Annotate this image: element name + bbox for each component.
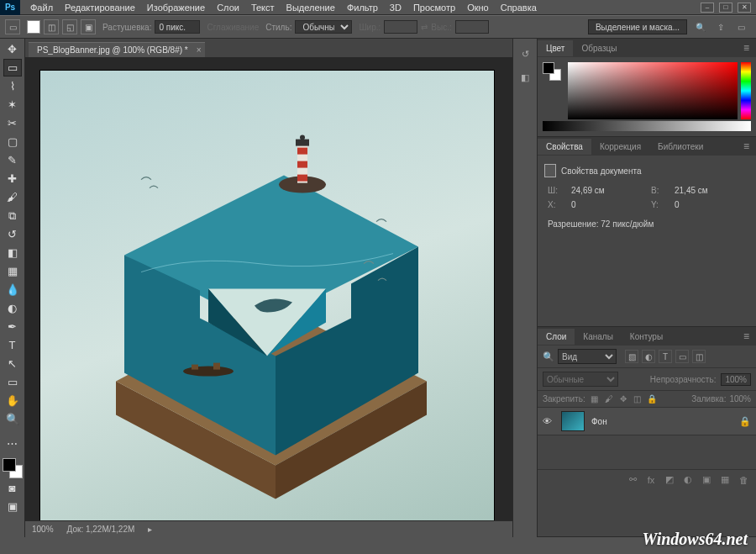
quick-select-tool[interactable]: ✶ xyxy=(3,96,22,113)
pen-tool[interactable]: ✒ xyxy=(3,318,22,335)
workspace-icon[interactable]: ▭ xyxy=(734,20,748,34)
zoom-tool[interactable]: 🔍 xyxy=(3,410,22,428)
close-icon[interactable]: × xyxy=(197,45,202,55)
foreground-color-swatch[interactable] xyxy=(3,458,16,472)
link-layers-icon[interactable]: ⚯ xyxy=(627,474,638,485)
marquee-tool[interactable]: ▭ xyxy=(3,59,22,77)
layer-item[interactable]: 👁 Фон 🔒 xyxy=(538,408,756,435)
panel-menu-icon[interactable]: ≡ xyxy=(737,137,756,156)
new-layer-icon[interactable]: ▦ xyxy=(719,474,731,485)
window-close-button[interactable]: ✕ xyxy=(738,3,751,13)
color-field[interactable] xyxy=(568,62,738,119)
hand-tool[interactable]: ✋ xyxy=(3,392,22,409)
selection-subtract-icon[interactable]: ◱ xyxy=(62,19,77,34)
healing-tool[interactable]: ✚ xyxy=(3,170,22,187)
menu-layers[interactable]: Слои xyxy=(212,1,244,14)
opacity-value[interactable]: 100% xyxy=(721,373,751,386)
selection-add-icon[interactable]: ◫ xyxy=(44,19,59,34)
delete-layer-icon[interactable]: 🗑 xyxy=(738,475,749,485)
menu-view[interactable]: Просмотр xyxy=(408,1,460,14)
search-icon[interactable]: 🔍 xyxy=(694,20,707,34)
layer-fx-icon[interactable]: fx xyxy=(645,475,657,485)
menu-help[interactable]: Справка xyxy=(496,1,542,14)
brush-tool[interactable]: 🖌 xyxy=(3,188,22,206)
share-icon[interactable]: ⇪ xyxy=(714,20,727,34)
lock-position-icon[interactable]: ✥ xyxy=(617,394,629,404)
window-minimize-button[interactable]: – xyxy=(701,3,714,13)
tab-adjustments[interactable]: Коррекция xyxy=(591,139,649,155)
document-tab[interactable]: PS_BlogBanner.jpg @ 100% (RGB/8#) * × xyxy=(29,42,205,57)
canvas-area[interactable] xyxy=(25,57,512,520)
lock-transparent-icon[interactable]: ▦ xyxy=(589,394,601,404)
history-panel-icon[interactable]: ↺ xyxy=(517,45,533,62)
lock-artboard-icon[interactable]: ◫ xyxy=(632,394,643,404)
fill-value[interactable]: 100% xyxy=(729,394,751,404)
window-maximize-button[interactable]: □ xyxy=(719,3,732,13)
eyedropper-tool[interactable]: ✎ xyxy=(3,151,22,169)
color-swatches[interactable] xyxy=(543,62,561,81)
filter-smart-icon[interactable]: ◫ xyxy=(692,350,706,363)
group-icon[interactable]: ▣ xyxy=(701,474,712,485)
filter-shape-icon[interactable]: ▭ xyxy=(675,350,689,363)
tab-channels[interactable]: Каналы xyxy=(575,329,622,345)
menu-window[interactable]: Окно xyxy=(462,1,494,14)
grayscale-ramp[interactable] xyxy=(543,121,751,131)
edit-toolbar-icon[interactable]: ⋯ xyxy=(3,435,22,452)
selection-intersect-icon[interactable]: ▣ xyxy=(81,19,96,34)
color-picker[interactable] xyxy=(3,458,23,478)
menu-file[interactable]: Файл xyxy=(25,1,58,14)
filter-pixel-icon[interactable]: ▧ xyxy=(625,350,638,363)
style-select[interactable]: Обычный xyxy=(295,20,352,34)
zoom-level[interactable]: 100% xyxy=(32,525,54,534)
lock-all-icon[interactable]: 🔒 xyxy=(646,394,658,404)
layer-mask-icon[interactable]: ◩ xyxy=(664,474,675,485)
stamp-tool[interactable]: ⧉ xyxy=(3,207,22,224)
menu-edit[interactable]: Редактирование xyxy=(60,1,140,14)
tab-layers[interactable]: Слои xyxy=(538,329,575,345)
layer-thumbnail[interactable] xyxy=(561,411,585,431)
search-icon[interactable]: 🔍 xyxy=(543,351,553,361)
eraser-tool[interactable]: ◧ xyxy=(3,244,22,261)
shape-tool[interactable]: ▭ xyxy=(3,373,22,391)
menu-3d[interactable]: 3D xyxy=(385,1,407,14)
tab-libraries[interactable]: Библиотеки xyxy=(649,139,711,155)
select-and-mask-button[interactable]: Выделение и маска... xyxy=(588,19,687,34)
menu-select[interactable]: Выделение xyxy=(281,1,340,14)
blur-tool[interactable]: 💧 xyxy=(3,281,22,298)
tab-color[interactable]: Цвет xyxy=(538,40,573,56)
crop-tool[interactable]: ✂ xyxy=(3,114,22,132)
hue-slider[interactable] xyxy=(741,62,751,119)
gradient-tool[interactable]: ▦ xyxy=(3,262,22,280)
quick-mask-icon[interactable]: ◙ xyxy=(3,479,22,497)
tab-properties[interactable]: Свойства xyxy=(538,139,591,155)
status-arrow-icon[interactable]: ▸ xyxy=(148,525,152,534)
move-tool[interactable]: ✥ xyxy=(3,40,22,58)
type-tool[interactable]: T xyxy=(3,336,22,354)
tab-paths[interactable]: Контуры xyxy=(622,329,671,345)
lock-paint-icon[interactable]: 🖌 xyxy=(603,394,615,404)
tab-swatches[interactable]: Образцы xyxy=(573,40,625,56)
layer-name[interactable]: Фон xyxy=(591,417,732,426)
dodge-tool[interactable]: ◐ xyxy=(3,299,22,317)
blend-mode-select[interactable]: Обычные xyxy=(543,372,618,387)
lasso-tool[interactable]: ⌇ xyxy=(3,77,22,95)
menu-filter[interactable]: Фильтр xyxy=(342,1,383,14)
path-select-tool[interactable]: ↖ xyxy=(3,355,22,372)
canvas[interactable] xyxy=(40,71,494,520)
feather-input[interactable] xyxy=(155,20,200,34)
filter-adjust-icon[interactable]: ◐ xyxy=(642,350,655,363)
selection-new-icon[interactable] xyxy=(27,20,40,34)
properties-panel-icon[interactable]: ◧ xyxy=(517,69,533,86)
filter-type-icon[interactable]: T xyxy=(659,350,672,363)
menu-image[interactable]: Изображение xyxy=(142,1,210,14)
frame-tool[interactable]: ▢ xyxy=(3,133,22,150)
visibility-icon[interactable]: 👁 xyxy=(543,416,554,426)
tool-preset-icon[interactable]: ▭ xyxy=(5,19,20,34)
adjustment-layer-icon[interactable]: ◐ xyxy=(682,474,694,485)
history-brush-tool[interactable]: ↺ xyxy=(3,225,22,243)
panel-menu-icon[interactable]: ≡ xyxy=(737,39,756,57)
screen-mode-icon[interactable]: ▣ xyxy=(3,498,22,515)
menu-text[interactable]: Текст xyxy=(246,1,280,14)
lock-icon[interactable]: 🔒 xyxy=(739,416,751,427)
panel-menu-icon[interactable]: ≡ xyxy=(737,327,756,346)
